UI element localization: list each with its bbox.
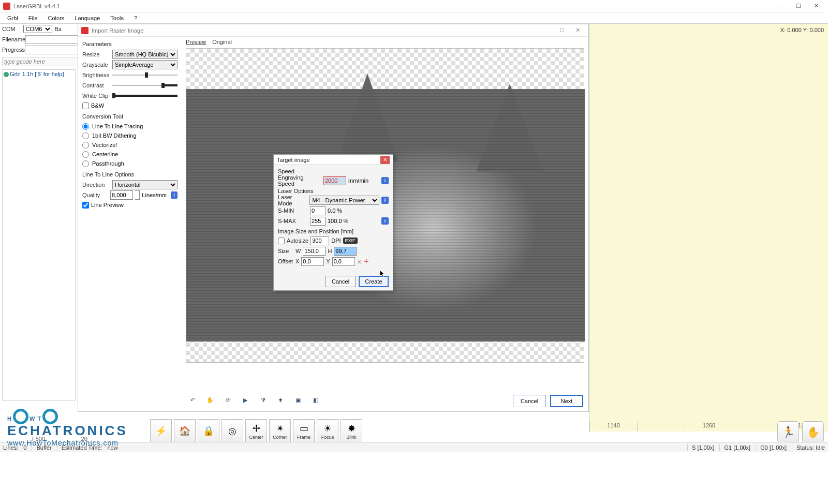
brightness-slider[interactable] — [112, 71, 178, 79]
conv-passthrough[interactable] — [82, 160, 89, 167]
engraving-speed-input[interactable] — [323, 176, 346, 185]
bw-label: B&W — [91, 102, 104, 109]
blink-button[interactable]: ✸Blink — [341, 419, 362, 443]
tab-original[interactable]: Original — [212, 39, 232, 48]
maximize-button[interactable]: ☐ — [790, 1, 807, 12]
rotate-icon[interactable]: ⟳ — [222, 394, 233, 406]
filename-label: Filename — [2, 36, 25, 42]
dialog-title: Target image — [277, 157, 380, 163]
mirror-d-icon[interactable]: ⧪ — [275, 394, 286, 406]
raster-close-button[interactable]: ✕ — [570, 27, 585, 34]
raster-maximize-button[interactable]: ☐ — [554, 27, 570, 34]
home-button[interactable]: 🏠 — [174, 419, 196, 443]
grayscale-select[interactable]: SimpleAverage — [112, 60, 178, 69]
engraving-speed-label: Engraving Speed — [278, 174, 321, 187]
jog-stop-icon[interactable]: ✋ — [802, 421, 824, 443]
console: Grbl 1.1h ['$' for help] — [2, 69, 76, 401]
invert-icon[interactable]: ◧ — [310, 394, 321, 406]
console-status-icon — [4, 72, 9, 77]
quality-spinner[interactable] — [135, 190, 140, 200]
tab-preview[interactable]: Preview — [186, 39, 206, 48]
focus-button[interactable]: ☀Focus — [317, 419, 338, 443]
raster-cancel-button[interactable]: Cancel — [513, 395, 546, 407]
bw-checkbox[interactable] — [82, 102, 89, 109]
conv-vectorize[interactable] — [82, 142, 89, 149]
whiteclip-slider[interactable] — [112, 92, 178, 99]
com-select[interactable]: COM6 — [23, 25, 53, 33]
laser-info-icon[interactable]: i — [381, 197, 389, 204]
hand-icon[interactable]: ✋ — [204, 394, 216, 406]
smin-input[interactable] — [310, 206, 326, 215]
gcode-input[interactable] — [2, 57, 78, 66]
engraving-speed-unit: mm/min — [348, 177, 368, 184]
whiteclip-label: White Clip — [82, 93, 110, 99]
speed-info-icon[interactable]: i — [381, 177, 389, 184]
raster-titlebar: Import Raster Image ☐ ✕ — [78, 24, 588, 37]
dialog-close-button[interactable]: ✕ — [380, 156, 390, 164]
linepreview-checkbox[interactable] — [82, 202, 89, 209]
smin-percent: 0.0 % — [328, 207, 342, 214]
menu-tools[interactable]: Tools — [105, 14, 129, 22]
direction-label: Direction — [82, 182, 110, 188]
dpi-label: DPI — [331, 238, 341, 244]
lock-ratio-icon[interactable]: ⚹ — [357, 258, 362, 265]
menu-file[interactable]: File — [23, 14, 43, 22]
conv-dithering[interactable] — [82, 132, 89, 139]
resize-select[interactable]: Smooth (HQ Bicubic) — [112, 50, 178, 59]
offset-y-input[interactable] — [332, 257, 355, 266]
center-origin-icon[interactable]: ✛ — [364, 258, 368, 265]
contrast-slider[interactable] — [112, 82, 178, 89]
autosize-checkbox[interactable] — [278, 238, 285, 244]
offset-label: Offset — [278, 258, 293, 264]
status-state: Status: Idle — [792, 444, 825, 451]
status-s: S [1,00x] — [687, 444, 714, 451]
menu-grbl[interactable]: Grbl — [2, 14, 23, 22]
menu-colors[interactable]: Colors — [43, 14, 70, 22]
right-buttons: 🏃 ✋ — [777, 421, 824, 443]
smax-input[interactable] — [310, 217, 326, 226]
center-button[interactable]: ✢Center — [245, 419, 267, 443]
direction-select[interactable]: Horizontal — [112, 180, 178, 189]
grayscale-label: Grayscale — [82, 62, 110, 68]
smax-label: S-MAX — [278, 218, 308, 224]
quality-input[interactable] — [110, 190, 133, 200]
size-group-label: Image Size and Position [mm] — [278, 228, 389, 234]
size-label: Size — [278, 248, 293, 254]
crop-icon[interactable]: ▣ — [292, 394, 304, 406]
offset-x-input[interactable] — [301, 257, 324, 266]
status-g1: G1 [1,00x] — [719, 444, 750, 451]
undo-icon[interactable]: ↶ — [187, 394, 198, 406]
mirror-v-icon[interactable]: ⧩ — [257, 394, 269, 406]
minimize-button[interactable]: — — [772, 1, 790, 12]
raster-next-button[interactable]: Next — [550, 395, 583, 407]
smax-info-icon[interactable]: i — [381, 217, 389, 225]
x-label: X — [295, 258, 299, 264]
height-input[interactable] — [334, 247, 357, 256]
width-input[interactable] — [303, 247, 326, 256]
dpi-input[interactable] — [310, 236, 329, 245]
raster-app-icon — [81, 27, 88, 34]
target-button[interactable]: ◎ — [221, 419, 243, 443]
corner-button[interactable]: ✴Corner — [269, 419, 291, 443]
menu-language[interactable]: Language — [69, 14, 105, 22]
raster-title: Import Raster Image — [92, 27, 143, 34]
frame-button[interactable]: ▭Frame — [293, 419, 315, 443]
connect-button[interactable]: ⚡ — [150, 419, 172, 443]
lock-button[interactable]: 🔒 — [198, 419, 219, 443]
play-icon[interactable]: ▶ — [240, 394, 251, 406]
exif-button[interactable]: EXIF — [343, 238, 358, 244]
speed-group-label: Speed — [278, 168, 389, 174]
stage[interactable]: X: 0.000 Y: 0.000 1140 1260 1300 — [589, 24, 828, 432]
close-button[interactable]: ✕ — [807, 1, 825, 12]
contrast-label: Contrast — [82, 82, 110, 88]
conv-centerline[interactable] — [82, 151, 89, 158]
conv-line2line[interactable] — [82, 123, 89, 130]
quality-info-icon[interactable]: i — [171, 191, 178, 199]
linepreview-label: Line Preview — [91, 202, 124, 208]
dialog-cancel-button[interactable]: Cancel — [326, 276, 356, 287]
autosize-label: Autosize — [287, 238, 308, 244]
dialog-create-button[interactable]: Create — [359, 276, 389, 287]
jog-run-icon[interactable]: 🏃 — [777, 421, 799, 443]
laser-mode-select[interactable]: M4 - Dynamic Power — [309, 196, 379, 205]
menu-help[interactable]: ? — [129, 14, 142, 22]
